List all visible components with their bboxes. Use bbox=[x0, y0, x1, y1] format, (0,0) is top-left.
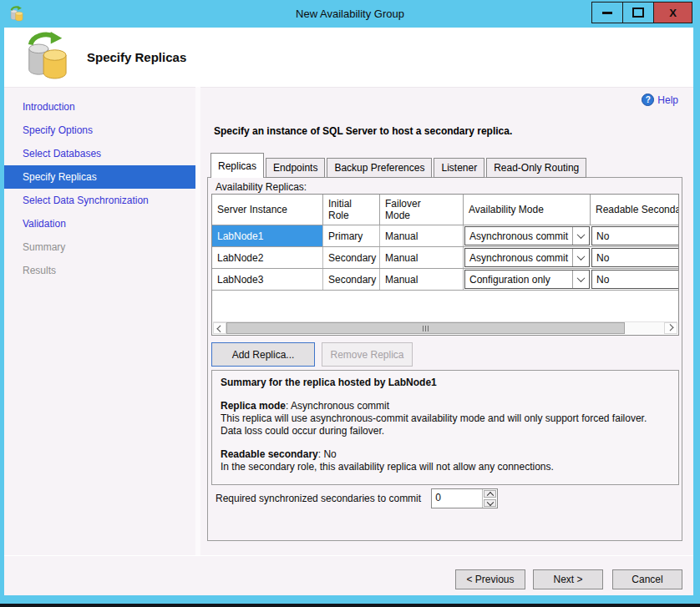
availability-mode-dropdown[interactable]: Configuration only bbox=[464, 270, 590, 289]
cell-server-instance[interactable]: LabNode1 bbox=[212, 225, 323, 246]
replica-mode-label: Replica mode bbox=[221, 400, 286, 412]
replicas-tab-panel: Availability Replicas: Server Instance I… bbox=[207, 177, 682, 541]
wizard-window: New Availability Group X Specify Replica… bbox=[0, 0, 700, 604]
availability-replicas-label: Availability Replicas: bbox=[216, 181, 307, 193]
summary-title: Summary for the replica hosted by LabNod… bbox=[221, 377, 670, 389]
sidebar-item-specify-options[interactable]: Specify Options bbox=[4, 119, 195, 142]
cell-server-instance[interactable]: LabNode2 bbox=[212, 247, 323, 268]
tab-read-only-routing[interactable]: Read-Only Routing bbox=[486, 158, 586, 178]
window-body: Specify Replicas Introduction Specify Op… bbox=[4, 28, 693, 595]
availability-mode-dropdown[interactable]: Asynchronous commit bbox=[464, 248, 590, 267]
grid-header-row: Server Instance Initial Role Failover Mo… bbox=[212, 195, 679, 225]
close-button[interactable]: X bbox=[653, 2, 692, 23]
tab-replicas[interactable]: Replicas bbox=[211, 153, 264, 178]
required-secondaries-stepper[interactable]: 0 bbox=[431, 488, 498, 508]
next-button[interactable]: Next > bbox=[533, 569, 603, 589]
cell-readable-secondary: No bbox=[591, 247, 679, 268]
replica-databases-icon bbox=[24, 31, 68, 84]
help-icon: ? bbox=[642, 94, 654, 106]
cell-availability-mode: Asynchronous commit bbox=[464, 225, 591, 246]
stepper-value[interactable]: 0 bbox=[432, 489, 482, 508]
cancel-button[interactable]: Cancel bbox=[612, 569, 682, 589]
required-secondaries-label: Required synchronized secondaries to com… bbox=[216, 493, 421, 504]
readable-secondary-label: Readable secondary bbox=[221, 448, 318, 460]
column-header-availability-mode: Availability Mode bbox=[464, 195, 591, 225]
maximize-icon bbox=[632, 8, 644, 18]
cell-readable-secondary: No bbox=[591, 269, 679, 290]
column-header-initial-role: Initial Role bbox=[323, 195, 380, 225]
sidebar-item-validation[interactable]: Validation bbox=[4, 212, 195, 235]
cell-availability-mode: Asynchronous commit bbox=[464, 247, 591, 268]
scrollbar-thumb[interactable] bbox=[226, 322, 625, 334]
table-row: LabNode3 Secondary Manual Configuration … bbox=[212, 269, 679, 291]
main-pane: ? Help Specify an instance of SQL Server… bbox=[200, 87, 693, 556]
horizontal-scrollbar[interactable] bbox=[213, 321, 677, 334]
required-secondaries-row: Required synchronized secondaries to com… bbox=[216, 488, 498, 508]
cell-initial-role[interactable]: Secondary bbox=[323, 247, 380, 268]
scroll-right-button[interactable] bbox=[664, 322, 677, 334]
tab-strip: Replicas Endpoints Backup Preferences Li… bbox=[211, 153, 588, 178]
maximize-button[interactable] bbox=[622, 2, 654, 23]
availability-group-app-icon bbox=[8, 6, 24, 22]
chevron-down-icon bbox=[572, 227, 589, 245]
readable-secondary-value: : No bbox=[318, 448, 337, 460]
chevron-down-icon bbox=[572, 249, 589, 266]
column-header-readable-secondary: Readable Secondary bbox=[591, 195, 679, 225]
readable-secondary-dropdown[interactable]: No bbox=[591, 248, 679, 267]
help-link[interactable]: ? Help bbox=[642, 94, 678, 106]
minimize-icon bbox=[602, 12, 612, 14]
instruction-text: Specify an instance of SQL Server to hos… bbox=[214, 125, 512, 137]
readable-secondary-dropdown[interactable]: No bbox=[591, 270, 679, 289]
tab-backup-preferences[interactable]: Backup Preferences bbox=[327, 158, 432, 178]
add-replica-button[interactable]: Add Replica... bbox=[211, 342, 315, 367]
titlebar[interactable]: New Availability Group X bbox=[0, 0, 700, 28]
readable-secondary-dropdown[interactable]: No bbox=[591, 226, 679, 245]
column-header-failover-mode: Failover Mode bbox=[380, 195, 464, 225]
cell-readable-secondary: No bbox=[591, 225, 679, 246]
table-row: LabNode2 Secondary Manual Asynchronous c… bbox=[212, 247, 679, 269]
cell-availability-mode: Configuration only bbox=[464, 269, 591, 290]
wizard-footer: < Previous Next > Cancel bbox=[4, 555, 693, 595]
remove-replica-button: Remove Replica bbox=[322, 342, 413, 367]
wizard-steps-sidebar: Introduction Specify Options Select Data… bbox=[4, 87, 195, 556]
replica-summary-box: Summary for the replica hosted by LabNod… bbox=[211, 370, 679, 485]
window-controls: X bbox=[592, 2, 692, 23]
cell-failover-mode[interactable]: Manual bbox=[380, 225, 464, 246]
tab-endpoints[interactable]: Endpoints bbox=[266, 158, 325, 178]
replica-mode-description: This replica will use asynchronous-commi… bbox=[221, 412, 670, 438]
readable-secondary-description: In the secondary role, this availability… bbox=[221, 461, 670, 473]
scroll-left-button[interactable] bbox=[213, 322, 226, 334]
sidebar-item-specify-replicas[interactable]: Specify Replicas bbox=[4, 165, 195, 189]
readable-secondary-summary: Readable secondary: No In the secondary … bbox=[221, 448, 670, 473]
minimize-button[interactable] bbox=[591, 2, 623, 23]
stepper-up-button[interactable] bbox=[484, 490, 496, 498]
cell-initial-role[interactable]: Primary bbox=[323, 225, 380, 246]
cell-failover-mode[interactable]: Manual bbox=[380, 247, 464, 268]
sidebar-item-introduction[interactable]: Introduction bbox=[4, 95, 195, 119]
sidebar-item-select-databases[interactable]: Select Databases bbox=[4, 142, 195, 165]
wizard-header: Specify Replicas bbox=[4, 28, 693, 88]
help-label: Help bbox=[657, 94, 678, 106]
sidebar-item-select-data-synchronization[interactable]: Select Data Synchronization bbox=[4, 189, 195, 212]
availability-replicas-grid: Server Instance Initial Role Failover Mo… bbox=[211, 194, 679, 336]
sidebar-item-summary: Summary bbox=[4, 235, 195, 259]
previous-button[interactable]: < Previous bbox=[455, 569, 525, 589]
close-icon: X bbox=[669, 7, 677, 19]
table-row: LabNode1 Primary Manual Asynchronous com… bbox=[212, 225, 679, 247]
sidebar-item-results: Results bbox=[4, 259, 195, 282]
column-header-server-instance: Server Instance bbox=[212, 195, 323, 225]
page-title: Specify Replicas bbox=[87, 50, 186, 64]
tab-listener[interactable]: Listener bbox=[434, 158, 484, 178]
content-area: Introduction Specify Options Select Data… bbox=[4, 87, 693, 556]
chevron-down-icon bbox=[572, 271, 589, 288]
replica-mode-value: : Asynchronous commit bbox=[286, 400, 389, 412]
cell-server-instance[interactable]: LabNode3 bbox=[212, 269, 323, 290]
stepper-down-button[interactable] bbox=[484, 499, 496, 507]
availability-mode-dropdown[interactable]: Asynchronous commit bbox=[464, 226, 590, 245]
replica-mode-summary: Replica mode: Asynchronous commit This r… bbox=[221, 400, 670, 438]
cell-failover-mode[interactable]: Manual bbox=[380, 269, 464, 290]
cell-initial-role[interactable]: Secondary bbox=[323, 269, 380, 290]
scrollbar-track[interactable] bbox=[226, 322, 664, 334]
